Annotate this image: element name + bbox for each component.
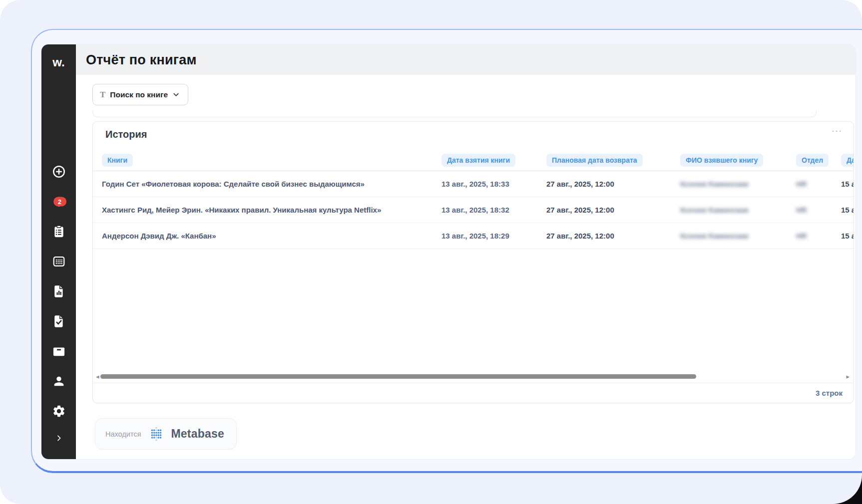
notification-badge: 2 — [53, 197, 66, 207]
calendar-icon — [52, 254, 66, 268]
cell-book: Годин Сет «Фиолетовая корова: Сделайте с… — [93, 180, 437, 188]
person-icon — [52, 374, 66, 388]
app-window: w. 2 — [41, 44, 856, 459]
column-header-books[interactable]: Книги — [102, 154, 133, 167]
column-header-person[interactable]: ФИО взявшего книгу — [680, 154, 763, 167]
file-check-icon — [52, 314, 66, 328]
sidebar-item-profile[interactable] — [51, 374, 66, 389]
sidebar: w. 2 — [41, 44, 76, 459]
column-header-clipped[interactable]: Да — [841, 154, 854, 167]
cell-clipped-date: 15 а — [837, 206, 854, 214]
cell-person-blurred: Ксения Каминская — [676, 232, 792, 240]
table-row[interactable]: Андерсон Дэвид Дж. «Канбан» 13 авг., 202… — [93, 223, 854, 249]
column-header-due-date[interactable]: Плановая дата возврата — [546, 154, 643, 167]
cell-book: Хастингс Рид, Мейер Эрин. «Никаких прави… — [93, 206, 437, 214]
notifications-button[interactable]: 2 — [51, 194, 66, 209]
dashboard-content: T Поиск по книге История ··· Книги Дата … — [76, 75, 856, 459]
file-chart-icon — [52, 284, 66, 298]
sidebar-item-tasks[interactable] — [51, 224, 66, 239]
sidebar-collapse-button[interactable] — [51, 434, 66, 443]
cell-person-blurred: Ксения Каминская — [676, 206, 792, 214]
chevron-right-icon — [55, 434, 63, 442]
cell-clipped-date: 15 а — [837, 180, 854, 188]
page-title: Отчёт по книгам — [86, 52, 197, 67]
scrollbar-thumb[interactable] — [100, 374, 696, 379]
cell-department-blurred: HR — [792, 206, 837, 214]
cell-taken-date: 13 авг., 2025, 18:33 — [437, 180, 542, 188]
cell-due-date: 27 авг., 2025, 12:00 — [542, 206, 676, 214]
metabase-logo-icon — [148, 426, 165, 443]
cell-taken-date: 13 авг., 2025, 18:32 — [437, 206, 542, 214]
chevron-down-icon — [172, 91, 180, 98]
add-button[interactable] — [51, 164, 66, 179]
app-logo[interactable]: w. — [41, 55, 76, 69]
screen: w. 2 — [0, 0, 862, 504]
metabase-wordmark: Metabase — [171, 427, 224, 441]
book-filter-button[interactable]: T Поиск по книге — [92, 84, 188, 105]
archive-box-icon — [52, 344, 66, 358]
column-header-taken-date[interactable]: Дата взятия книги — [441, 154, 515, 167]
page-background: w. 2 — [0, 0, 862, 504]
card-title: История — [105, 129, 147, 140]
ellipsis-menu-icon[interactable]: ··· — [832, 127, 843, 135]
table-row[interactable]: Годин Сет «Фиолетовая корова: Сделайте с… — [93, 171, 854, 197]
cell-person-blurred: Ксения Каминская — [676, 180, 792, 188]
gear-icon — [52, 404, 66, 418]
page-header: Отчёт по книгам — [76, 44, 856, 75]
row-count-label: 3 строк — [816, 389, 843, 397]
sidebar-nav: 2 — [41, 164, 76, 443]
text-filter-icon: T — [100, 90, 105, 100]
sidebar-item-archive[interactable] — [51, 344, 66, 359]
powered-by-label: Находится — [105, 430, 141, 438]
cell-department-blurred: HR — [792, 180, 837, 188]
cell-clipped-date: 15 а — [837, 232, 854, 240]
cell-due-date: 27 авг., 2025, 12:00 — [542, 180, 676, 188]
sidebar-item-settings[interactable] — [51, 404, 66, 419]
history-table: Книги Дата взятия книги Плановая дата во… — [93, 150, 854, 249]
table-header-row: Книги Дата взятия книги Плановая дата во… — [93, 150, 854, 171]
clipboard-list-icon — [52, 225, 66, 239]
column-header-department[interactable]: Отдел — [796, 154, 829, 167]
cell-department-blurred: HR — [792, 232, 837, 240]
table-row[interactable]: Хастингс Рид, Мейер Эрин. «Никаких прави… — [93, 197, 854, 223]
filter-label: Поиск по книге — [110, 90, 168, 99]
card-footer: 3 строк — [93, 383, 854, 403]
sidebar-item-approvals[interactable] — [51, 314, 66, 329]
horizontal-scrollbar: ◂ ▸ — [93, 373, 854, 381]
cell-due-date: 27 авг., 2025, 12:00 — [542, 232, 676, 240]
cell-book: Андерсон Дэвид Дж. «Канбан» — [93, 232, 437, 240]
plus-circle-icon — [51, 164, 66, 179]
history-card: История ··· Книги Дата взятия книги План… — [92, 121, 854, 403]
cell-taken-date: 13 авг., 2025, 18:29 — [437, 232, 542, 240]
powered-by-metabase-link[interactable]: Находится Metabase — [95, 418, 237, 450]
scroll-left-arrow[interactable]: ◂ — [96, 373, 99, 380]
partial-card-above — [92, 111, 817, 117]
sidebar-item-calendar[interactable] — [51, 254, 66, 269]
sidebar-item-reports[interactable] — [51, 284, 66, 299]
scroll-right-arrow[interactable]: ▸ — [846, 373, 850, 380]
